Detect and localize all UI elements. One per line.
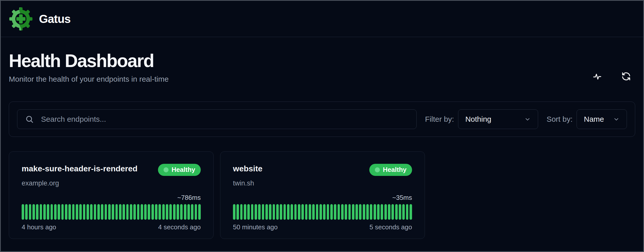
health-bar[interactable] <box>319 204 322 220</box>
health-bar[interactable] <box>87 204 89 220</box>
health-bar[interactable] <box>97 204 100 220</box>
health-bar[interactable] <box>162 204 165 220</box>
health-bar[interactable] <box>47 204 49 220</box>
health-bar[interactable] <box>338 204 340 220</box>
health-bar[interactable] <box>119 204 122 220</box>
health-bar[interactable] <box>298 204 300 220</box>
health-bar[interactable] <box>399 204 401 220</box>
health-bar[interactable] <box>370 204 372 220</box>
health-bar[interactable] <box>402 204 405 220</box>
health-bar[interactable] <box>240 204 243 220</box>
health-bar[interactable] <box>173 204 176 220</box>
sort-select[interactable]: Name <box>577 109 627 129</box>
health-bar[interactable] <box>141 204 143 220</box>
health-bar[interactable] <box>108 204 111 220</box>
health-bar[interactable] <box>22 204 24 220</box>
health-bar[interactable] <box>312 204 315 220</box>
health-bar[interactable] <box>287 204 290 220</box>
health-bar[interactable] <box>115 204 118 220</box>
health-bar[interactable] <box>54 204 57 220</box>
health-bar[interactable] <box>198 204 201 220</box>
health-bar[interactable] <box>294 204 297 220</box>
filter-select[interactable]: Nothing <box>458 109 538 129</box>
activity-pulse-icon[interactable] <box>592 72 602 81</box>
health-bar[interactable] <box>72 204 75 220</box>
health-bar[interactable] <box>101 204 103 220</box>
health-bar[interactable] <box>58 204 60 220</box>
health-bar[interactable] <box>255 204 257 220</box>
health-bar[interactable] <box>406 204 409 220</box>
health-bar[interactable] <box>133 204 136 220</box>
search-input[interactable] <box>17 109 417 129</box>
health-bar[interactable] <box>359 204 361 220</box>
health-bar[interactable] <box>244 204 246 220</box>
health-bar[interactable] <box>187 204 190 220</box>
health-bar[interactable] <box>184 204 186 220</box>
health-bar[interactable] <box>32 204 35 220</box>
health-bar[interactable] <box>105 204 107 220</box>
health-bar[interactable] <box>410 204 412 220</box>
health-bar[interactable] <box>305 204 308 220</box>
health-bar[interactable] <box>112 204 114 220</box>
health-bar[interactable] <box>177 204 179 220</box>
health-bar[interactable] <box>291 204 293 220</box>
health-bar[interactable] <box>345 204 347 220</box>
health-bar[interactable] <box>309 204 311 220</box>
health-bar[interactable] <box>169 204 172 220</box>
endpoint-card[interactable]: make-sure-header-is-rendered example.org… <box>9 151 214 239</box>
health-bar[interactable] <box>334 204 336 220</box>
health-bar[interactable] <box>341 204 344 220</box>
health-bar[interactable] <box>265 204 268 220</box>
health-bar[interactable] <box>68 204 71 220</box>
health-bar[interactable] <box>51 204 53 220</box>
health-bar[interactable] <box>233 204 235 220</box>
health-bar[interactable] <box>388 204 390 220</box>
health-bar[interactable] <box>76 204 78 220</box>
health-bar[interactable] <box>236 204 239 220</box>
health-bar[interactable] <box>284 204 286 220</box>
health-bar[interactable] <box>273 204 275 220</box>
health-bar[interactable] <box>395 204 398 220</box>
health-bar[interactable] <box>40 204 42 220</box>
health-bar[interactable] <box>355 204 358 220</box>
health-bar[interactable] <box>366 204 369 220</box>
health-bar[interactable] <box>90 204 93 220</box>
health-bar[interactable] <box>323 204 326 220</box>
health-bar[interactable] <box>391 204 394 220</box>
health-bar[interactable] <box>316 204 318 220</box>
health-bar[interactable] <box>130 204 132 220</box>
health-bar[interactable] <box>327 204 329 220</box>
health-bar[interactable] <box>251 204 254 220</box>
health-bar[interactable] <box>94 204 96 220</box>
health-bar[interactable] <box>126 204 129 220</box>
health-bar[interactable] <box>36 204 38 220</box>
health-bar[interactable] <box>363 204 365 220</box>
health-bar[interactable] <box>195 204 197 220</box>
health-bar[interactable] <box>191 204 193 220</box>
health-bar[interactable] <box>381 204 383 220</box>
health-bar[interactable] <box>374 204 376 220</box>
health-bar[interactable] <box>280 204 282 220</box>
health-bar[interactable] <box>180 204 183 220</box>
health-bar[interactable] <box>155 204 157 220</box>
health-bar[interactable] <box>151 204 154 220</box>
health-bar[interactable] <box>348 204 351 220</box>
health-bar[interactable] <box>29 204 31 220</box>
health-bar[interactable] <box>123 204 125 220</box>
health-bar[interactable] <box>79 204 82 220</box>
health-bar[interactable] <box>25 204 28 220</box>
health-bar[interactable] <box>247 204 250 220</box>
health-bar[interactable] <box>166 204 168 220</box>
health-bar[interactable] <box>65 204 67 220</box>
health-bar[interactable] <box>158 204 161 220</box>
health-bar[interactable] <box>148 204 150 220</box>
health-bar[interactable] <box>384 204 387 220</box>
health-bar[interactable] <box>377 204 380 220</box>
health-bar[interactable] <box>301 204 304 220</box>
refresh-icon[interactable] <box>621 71 631 81</box>
health-bar[interactable] <box>61 204 64 220</box>
health-bar[interactable] <box>137 204 140 220</box>
health-bar[interactable] <box>276 204 279 220</box>
endpoint-card[interactable]: website twin.sh Healthy ~35ms 50 minutes… <box>220 151 425 239</box>
health-bar[interactable] <box>262 204 264 220</box>
